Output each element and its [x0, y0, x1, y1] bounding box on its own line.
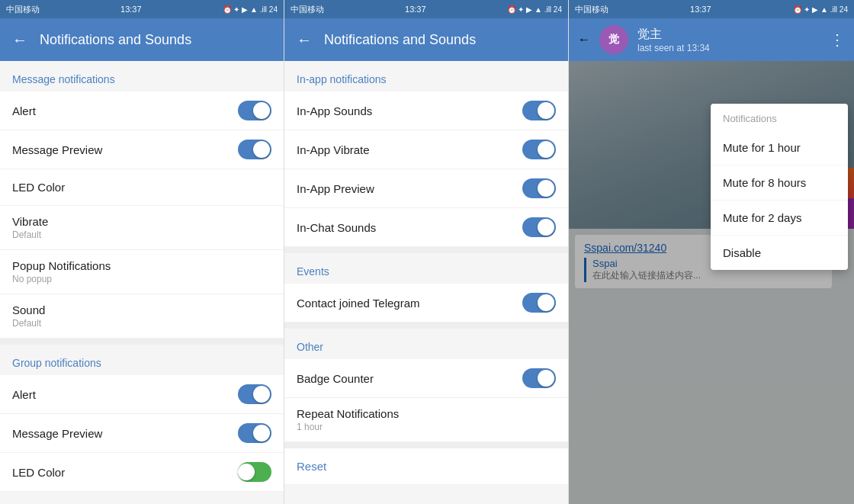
toggle-msg-preview-group[interactable]: [238, 423, 271, 443]
sub-repeat-notif: 1 hour: [297, 422, 399, 432]
label-alert-group: Alert: [12, 388, 36, 401]
dropdown-item-disable[interactable]: Disable: [711, 236, 848, 270]
row-popup-1[interactable]: Popup Notifications No popup: [0, 250, 284, 294]
section-header-group: Group notifications: [0, 345, 284, 375]
status-icons-2: ⏰ ✦ ▶ ▲ .ill 24: [507, 5, 562, 14]
panel-notifications-1: 中国移动 13:37 ⏰ ✦ ▶ ▲ .ill 24 ← Notificatio…: [0, 0, 284, 504]
back-button-1[interactable]: ←: [12, 31, 27, 49]
chat-last-seen: last seen at 13:34: [637, 43, 820, 53]
label-inapp-sounds: In-App Sounds: [297, 104, 372, 117]
chat-panel: 中国移动 13:37 ⏰ ✦ ▶ ▲ .ill 24 ← 觉 觉主 last s…: [569, 0, 854, 504]
section-header-inapp: In-app notifications: [284, 61, 568, 91]
label-inchat-sounds: In-Chat Sounds: [297, 221, 376, 234]
chat-header: ← 觉 觉主 last seen at 13:34 ⋮: [569, 18, 854, 61]
row-inapp-sounds[interactable]: In-App Sounds: [284, 91, 568, 130]
toggle-contact-joined[interactable]: [522, 293, 556, 313]
toggle-inchat-sounds[interactable]: [522, 217, 556, 237]
row-alert-1[interactable]: Alert: [0, 91, 284, 130]
row-inchat-sounds[interactable]: In-Chat Sounds: [284, 208, 568, 247]
carrier-1: 中国移动: [6, 4, 40, 15]
status-bar-3: 中国移动 13:37 ⏰ ✦ ▶ ▲ .ill 24: [569, 0, 854, 18]
label-reset: Reset: [297, 460, 326, 473]
chat-name: 觉主: [637, 27, 820, 43]
label-sound-1: Sound: [12, 303, 45, 316]
time-3: 13:37: [690, 5, 711, 14]
label-msg-preview-1: Message Preview: [12, 143, 102, 156]
chat-menu-icon[interactable]: ⋮: [830, 30, 845, 49]
toggle-msg-preview-1[interactable]: [238, 140, 271, 159]
toggle-led-group[interactable]: [238, 462, 271, 482]
status-bar-1: 中国移动 13:37 ⏰ ✦ ▶ ▲ .ill 24: [0, 0, 284, 18]
row-vibrate-1[interactable]: Vibrate Default: [0, 206, 284, 250]
chat-header-info: 觉主 last seen at 13:34: [637, 27, 820, 53]
label-popup-1: Popup Notifications: [12, 259, 111, 272]
dropdown-item-8hours[interactable]: Mute for 8 hours: [711, 165, 848, 201]
toggle-alert-group[interactable]: [238, 384, 271, 404]
chat-body: 13:27 ✓✓ Sspai.com/31240 Sspai 在此处输入链接描述…: [569, 61, 854, 504]
carrier-3: 中国移动: [575, 4, 608, 15]
header-1: ← Notifications and Sounds: [0, 18, 284, 61]
header-title-1: Notifications and Sounds: [40, 32, 191, 48]
dropdown-menu: Notifications Mute for 1 hour Mute for 8…: [711, 104, 848, 270]
section-header-events: Events: [284, 253, 568, 284]
row-inapp-vibrate[interactable]: In-App Vibrate: [284, 130, 568, 169]
dropdown-item-2days[interactable]: Mute for 2 days: [711, 201, 848, 236]
status-icons-3: ⏰ ✦ ▶ ▲ .ill 24: [793, 5, 848, 14]
label-inapp-vibrate: In-App Vibrate: [297, 143, 370, 156]
toggle-badge-counter[interactable]: [522, 368, 556, 388]
chat-back-button[interactable]: ←: [578, 33, 590, 47]
header-title-2: Notifications and Sounds: [324, 32, 476, 48]
toggle-inapp-sounds[interactable]: [522, 101, 556, 120]
label-led-1: LED Color: [12, 181, 65, 194]
row-msg-preview-1[interactable]: Message Preview: [0, 130, 284, 169]
label-badge-counter: Badge Counter: [297, 372, 374, 385]
toggle-alert-1[interactable]: [238, 101, 271, 120]
section-header-other: Other: [284, 329, 568, 359]
divider-4: [284, 442, 568, 448]
row-contact-joined[interactable]: Contact joined Telegram: [284, 284, 568, 323]
row-repeat-notif[interactable]: Repeat Notifications 1 hour: [284, 398, 568, 442]
status-bar-2: 中国移动 13:37 ⏰ ✦ ▶ ▲ .ill 24: [284, 0, 568, 18]
section-header-message: Message notifications: [0, 61, 284, 91]
label-msg-preview-group: Message Preview: [12, 427, 102, 440]
label-repeat-notif: Repeat Notifications: [297, 407, 399, 420]
row-badge-counter[interactable]: Badge Counter: [284, 359, 568, 398]
label-inapp-preview: In-App Preview: [297, 182, 374, 195]
back-button-2[interactable]: ←: [297, 31, 312, 49]
row-reset[interactable]: Reset: [284, 448, 568, 485]
status-icons-1: ⏰ ✦ ▶ ▲ .ill 24: [223, 5, 278, 14]
label-alert-1: Alert: [12, 104, 36, 117]
scroll-content-1: Message notifications Alert Message Prev…: [0, 61, 284, 504]
row-led-group[interactable]: LED Color: [0, 453, 284, 492]
divider-2: [284, 247, 568, 253]
label-led-group: LED Color: [12, 466, 65, 479]
row-led-1[interactable]: LED Color: [0, 169, 284, 206]
time-2: 13:37: [405, 5, 426, 14]
dropdown-section-label: Notifications: [711, 104, 848, 130]
divider-1: [0, 339, 284, 345]
scroll-content-2: In-app notifications In-App Sounds In-Ap…: [284, 61, 568, 504]
sub-sound-1: Default: [12, 318, 45, 329]
row-sound-1[interactable]: Sound Default: [0, 294, 284, 339]
divider-3: [284, 323, 568, 329]
toggle-inapp-preview[interactable]: [522, 178, 556, 198]
row-alert-group[interactable]: Alert: [0, 375, 284, 414]
label-vibrate-1: Vibrate: [12, 215, 48, 228]
avatar: 觉: [599, 25, 628, 54]
label-contact-joined: Contact joined Telegram: [297, 297, 419, 310]
sub-popup-1: No popup: [12, 274, 111, 284]
row-msg-preview-group[interactable]: Message Preview: [0, 414, 284, 453]
carrier-2: 中国移动: [291, 4, 324, 15]
sub-vibrate-1: Default: [12, 230, 48, 240]
row-inapp-preview[interactable]: In-App Preview: [284, 169, 568, 208]
toggle-inapp-vibrate[interactable]: [522, 140, 556, 159]
panel-notifications-2: 中国移动 13:37 ⏰ ✦ ▶ ▲ .ill 24 ← Notificatio…: [284, 0, 569, 504]
header-2: ← Notifications and Sounds: [284, 18, 568, 61]
time-1: 13:37: [120, 5, 142, 14]
dropdown-item-1hour[interactable]: Mute for 1 hour: [711, 130, 848, 165]
